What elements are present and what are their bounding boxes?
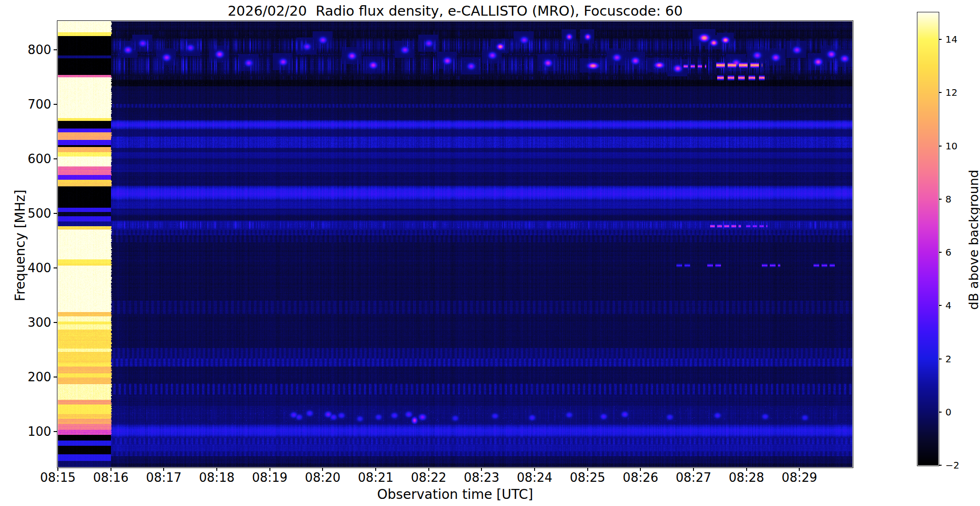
y-tick-mark <box>54 377 57 377</box>
colorbar-tick-mark <box>939 305 942 306</box>
x-tick-label: 08:19 <box>241 470 298 485</box>
x-tick-label: 08:15 <box>29 470 86 485</box>
y-tick-mark <box>54 267 57 268</box>
x-tick-label: 08:18 <box>188 470 245 485</box>
x-tick-label: 08:23 <box>453 470 510 485</box>
x-tick-label: 08:28 <box>718 470 775 485</box>
y-tick-mark <box>54 104 57 105</box>
colorbar-tick-label: 12 <box>945 87 957 98</box>
x-tick-label: 08:29 <box>771 470 828 485</box>
y-tick-mark <box>54 158 57 159</box>
x-tick-label: 08:21 <box>347 470 404 485</box>
y-tick-mark <box>54 49 57 50</box>
colorbar-tick-mark <box>939 146 942 147</box>
colorbar-tick-mark <box>939 252 942 253</box>
colorbar-tick-mark <box>939 359 942 359</box>
y-tick-label: 100 <box>13 424 51 439</box>
x-tick-label: 08:26 <box>612 470 669 485</box>
colorbar-tick-mark <box>939 39 942 40</box>
colorbar-canvas <box>918 13 938 465</box>
colorbar-tick-mark <box>939 92 942 93</box>
colorbar-tick-label: 14 <box>945 34 957 45</box>
colorbar-label: dB above background <box>966 145 980 335</box>
colorbar-tick-mark <box>939 465 942 466</box>
x-tick-label: 08:16 <box>83 470 139 485</box>
colorbar-tick-label: 10 <box>945 140 957 152</box>
colorbar-tick-label: 8 <box>945 193 952 205</box>
colorbar-tick-label: 2 <box>945 353 952 365</box>
x-tick-label: 08:25 <box>559 470 616 485</box>
y-tick-label: 800 <box>13 43 51 57</box>
colorbar-tick-mark <box>939 412 942 413</box>
x-tick-label: 08:24 <box>506 470 563 485</box>
x-axis-label: Observation time [UTC] <box>58 487 852 502</box>
spectrogram-canvas <box>58 21 852 467</box>
colorbar-tick-label: −2 <box>945 460 959 471</box>
y-tick-mark <box>54 322 57 323</box>
chart-title: 2026/02/20 Radio flux density, e-CALLIST… <box>58 3 852 19</box>
colorbar-tick-mark <box>939 199 942 200</box>
y-tick-label: 200 <box>13 370 51 384</box>
colorbar-tick-label: 4 <box>945 300 952 311</box>
y-tick-mark <box>54 431 57 432</box>
x-tick-label: 08:27 <box>665 470 722 485</box>
x-tick-label: 08:22 <box>400 470 457 485</box>
y-tick-mark <box>54 213 57 214</box>
colorbar-tick-label: 6 <box>945 247 952 258</box>
x-tick-label: 08:17 <box>135 470 192 485</box>
y-tick-label: 700 <box>13 97 51 111</box>
figure: 2026/02/20 Radio flux density, e-CALLIST… <box>0 0 980 506</box>
y-axis-label: Frequency [MHz] <box>12 151 28 340</box>
x-tick-label: 08:20 <box>294 470 351 485</box>
colorbar-tick-label: 0 <box>945 406 952 418</box>
